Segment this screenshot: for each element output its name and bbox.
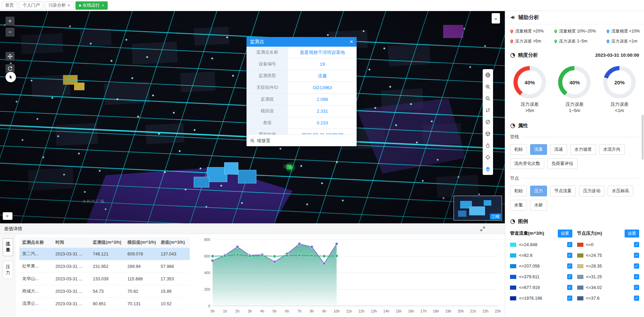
svg-text:11h: 11h [346, 309, 352, 313]
checkbox[interactable]: ✓ [634, 274, 639, 279]
checkbox[interactable]: ✓ [567, 263, 572, 269]
checkbox[interactable]: ✓ [634, 285, 639, 290]
minimap-building [484, 200, 491, 206]
pan-icon [7, 54, 13, 59]
property-button-流量[interactable]: 流量 [530, 144, 547, 155]
property-button-水力坡度[interactable]: 水力坡度 [570, 144, 596, 155]
svg-text:7h: 7h [297, 309, 302, 313]
legend-column-title: 节点压力(m) [577, 230, 602, 236]
property-button-压力[interactable]: 压力 [530, 186, 547, 196]
property-button-负荷量评估[interactable]: 负荷量评估 [547, 158, 578, 169]
settings-button[interactable]: 设置 [558, 230, 572, 237]
property-button-水压标高[interactable]: 水压标高 [608, 186, 633, 196]
checkbox[interactable]: ✓ [634, 263, 639, 269]
popup-field-value[interactable]: 新星驾校干河培训基地 [288, 47, 357, 58]
checkbox[interactable]: ✓ [567, 274, 572, 279]
property-button-初始[interactable]: 初始 [510, 144, 527, 155]
legend-item: <=31.25✓ [577, 271, 639, 282]
map-toolbar [483, 69, 493, 175]
tab-个人门户[interactable]: 个人门户 [19, 1, 43, 10]
water-drop-icon[interactable] [483, 140, 493, 151]
property-button-初始[interactable]: 初始 [510, 186, 527, 196]
zoom-out-button[interactable]: − [6, 28, 15, 37]
swap-vertical-icon[interactable] [483, 104, 493, 116]
map-3d-view[interactable]: 大时代广场汉江 + − » » [0, 11, 505, 223]
gauge: 20%压力误差<1m [603, 66, 636, 113]
close-icon[interactable]: × [102, 3, 105, 8]
checkbox[interactable]: ✓ [567, 285, 572, 290]
checkbox[interactable]: ✓ [567, 242, 572, 247]
table-row[interactable]: 商城大...2023-03-31 ...54.7370.6215.89 [19, 285, 190, 298]
svg-text:400: 400 [204, 271, 210, 275]
checkbox[interactable]: ✓ [634, 296, 639, 301]
svg-text:12h: 12h [358, 309, 365, 313]
checkbox[interactable]: ✓ [567, 296, 572, 301]
svg-text:200: 200 [204, 287, 210, 291]
property-button-节点流量[interactable]: 节点流量 [550, 186, 576, 196]
zoom-out-icon[interactable] [483, 93, 493, 104]
accuracy-legend: 流量精度 >20%流量精度 10%~20%流量精度 <10%压力误差 >5m压力… [505, 24, 644, 48]
table-row[interactable]: 龙华山...2023-03-31 ...133.039115.68617.353 [19, 273, 190, 285]
pin-icon [606, 29, 610, 34]
clear-circle-icon[interactable] [483, 116, 493, 128]
metric-tab-压力[interactable]: 压力 [3, 261, 13, 279]
table-cell: 137.043 [158, 252, 187, 257]
table-row[interactable]: 第二汽...2023-03-31 ...746.121609.078137.04… [19, 248, 190, 260]
locate-icon[interactable] [483, 151, 493, 163]
gauge-percent: 40% [525, 80, 535, 85]
scrollbar-thumb[interactable] [642, 115, 644, 160]
tab-bar: 首页个人门户污染分析×在线运行× [0, 0, 644, 11]
tab-污染分析[interactable]: 污染分析× [45, 1, 74, 10]
minimap[interactable]: 三维 [454, 196, 502, 221]
select-tool-button[interactable] [6, 72, 16, 82]
svg-text:20h: 20h [458, 309, 464, 313]
property-group-label: 节点 [510, 175, 519, 181]
tab-在线运行[interactable]: 在线运行× [75, 1, 108, 10]
legend-marker: 压力误差 1~5m [553, 38, 596, 44]
property-button-压力波动[interactable]: 压力波动 [579, 186, 605, 196]
properties-section-header: 属性 [505, 118, 644, 131]
property-button-水龄[interactable]: 水龄 [530, 200, 547, 211]
popup-row: 设备编号19 [247, 58, 357, 70]
legend-marker-label: 压力误差 <1m [611, 38, 637, 44]
legend-marker: 流量精度 10%~20% [553, 28, 596, 34]
property-button-流向变化次数[interactable]: 流向变化次数 [510, 158, 544, 169]
table-cell: 746.121 [90, 252, 125, 257]
globe-icon[interactable] [483, 69, 493, 81]
accuracy-timestamp: 2023-03-31 10:00:00 [595, 53, 639, 58]
layers-icon[interactable] [483, 163, 493, 175]
property-button-流速[interactable]: 流速 [550, 144, 567, 155]
checkbox[interactable]: ✓ [634, 253, 639, 258]
close-icon[interactable]: × [68, 3, 70, 8]
property-button-水流方向[interactable]: 水流方向 [599, 144, 625, 155]
checkbox[interactable]: ✓ [634, 242, 639, 247]
checkbox[interactable]: ✓ [567, 253, 572, 258]
popup-field-label: 监测类型 [247, 70, 288, 82]
property-button-余氯[interactable]: 余氯 [510, 200, 527, 211]
zoom-in-button[interactable]: + [6, 17, 15, 26]
collapse-right-panel-button[interactable]: » [492, 13, 500, 24]
svg-text:800: 800 [204, 237, 210, 242]
legend-item-label: <=677.919 [519, 285, 564, 290]
scrollbar[interactable] [642, 11, 644, 317]
property-group-header: 节点 [505, 173, 644, 184]
fullscreen-icon[interactable] [480, 226, 485, 232]
legend-item: <=82.6✓ [510, 250, 572, 261]
table-row[interactable]: 红苹果...2023-03-31 ...231.952289.9457.988 [19, 260, 190, 273]
app-root: 首页个人门户污染分析×在线运行× 大时代广场汉江 + − [0, 0, 644, 317]
pin-icon [509, 29, 514, 34]
pan-tool-button[interactable] [6, 52, 15, 61]
table-row[interactable]: 流潭公...2023-03-31 ...80.65170.13110.52 [19, 298, 190, 310]
legend-marker-label: 压力误差 >5m [515, 38, 541, 44]
settings-button[interactable]: 设置 [625, 230, 639, 237]
cube-icon[interactable] [483, 128, 493, 140]
legend-marker-label: 流量精度 10%~20% [559, 28, 596, 34]
tab-首页[interactable]: 首页 [2, 1, 17, 10]
collapse-bottom-panel-button[interactable]: » [3, 212, 12, 220]
gauge-label: 压力误差 [603, 101, 636, 108]
zoom-in-icon[interactable] [483, 81, 493, 93]
zoom-to-button[interactable]: 缩放至 [247, 134, 357, 146]
metric-tab-流量[interactable]: 流量 [3, 238, 13, 256]
popup-field-value: 19 [288, 58, 357, 70]
close-icon[interactable]: × [350, 38, 353, 45]
